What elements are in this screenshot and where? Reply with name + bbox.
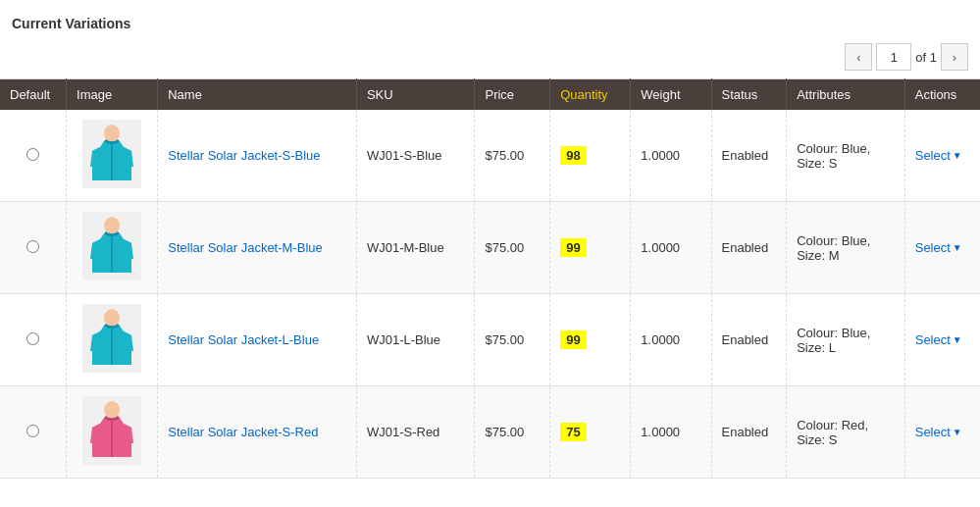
row-2-weight-cell: 1.0000 [631, 294, 711, 386]
row-3-default-cell [0, 386, 67, 479]
row-3-actions-cell: Select ▼ [904, 386, 980, 479]
row-0-default-cell [0, 110, 67, 202]
variations-table: Default Image Name SKU Price Quantity We… [0, 78, 980, 479]
row-0-quantity-badge: 98 [560, 146, 586, 165]
row-1-price-cell: $75.00 [475, 202, 550, 294]
table-row: Stellar Solar Jacket-S-RedWJ01-S-Red$75.… [0, 386, 980, 479]
row-1-quantity-cell: 99 [550, 202, 631, 294]
row-0-name-cell: Stellar Solar Jacket-S-Blue [158, 110, 357, 202]
row-2-status-cell: Enabled [711, 294, 787, 386]
row-2-attributes-cell: Colour: Blue, Size: L [787, 294, 905, 386]
row-3-name-link[interactable]: Stellar Solar Jacket-S-Red [168, 425, 318, 439]
row-3-sku-cell: WJ01-S-Red [356, 386, 475, 479]
row-2-price-cell: $75.00 [475, 294, 550, 386]
row-2-product-image [82, 304, 141, 373]
row-1-default-radio[interactable] [26, 240, 39, 253]
row-3-quantity-cell: 75 [550, 386, 631, 479]
row-3-product-image [82, 396, 141, 465]
row-3-price-cell: $75.00 [475, 386, 550, 479]
col-header-price: Price [475, 79, 550, 111]
row-1-actions-cell: Select ▼ [904, 202, 980, 294]
row-2-dropdown-arrow-icon: ▼ [953, 334, 962, 345]
row-0-attributes-cell: Colour: Blue, Size: S [787, 110, 905, 202]
row-2-quantity-cell: 99 [550, 294, 631, 386]
row-1-attributes-cell: Colour: Blue, Size: M [787, 202, 905, 294]
row-0-default-radio[interactable] [26, 148, 39, 161]
table-row: Stellar Solar Jacket-M-BlueWJ01-M-Blue$7… [0, 202, 980, 294]
row-3-default-radio[interactable] [26, 425, 39, 437]
current-page-number: 1 [876, 43, 911, 71]
row-2-quantity-badge: 99 [560, 330, 586, 349]
row-3-status-cell: Enabled [711, 386, 787, 479]
row-1-name-link[interactable]: Stellar Solar Jacket-M-Blue [168, 240, 323, 255]
svg-point-8 [104, 309, 120, 327]
row-0-select-button[interactable]: Select ▼ [915, 148, 970, 163]
row-0-dropdown-arrow-icon: ▼ [953, 150, 962, 161]
table-body: Stellar Solar Jacket-S-BlueWJ01-S-Blue$7… [0, 110, 980, 479]
row-1-default-cell [0, 202, 67, 294]
row-3-select-button[interactable]: Select ▼ [915, 425, 970, 439]
next-page-button[interactable]: › [941, 43, 968, 71]
row-0-product-image [82, 120, 141, 188]
row-3-image-cell [67, 386, 158, 479]
row-0-actions-cell: Select ▼ [904, 110, 980, 202]
prev-page-button[interactable]: ‹ [845, 43, 872, 71]
row-0-status-cell: Enabled [711, 110, 787, 202]
page-wrapper: Current Variations ‹ 1 of 1 › Default Im… [0, 0, 980, 507]
row-1-image-cell [67, 202, 158, 294]
row-3-select-label: Select [915, 425, 951, 439]
row-1-weight-cell: 1.0000 [631, 202, 711, 294]
row-2-select-button[interactable]: Select ▼ [915, 332, 970, 347]
col-header-attributes: Attributes [787, 79, 905, 111]
row-2-actions-cell: Select ▼ [904, 294, 980, 386]
row-0-name-link[interactable]: Stellar Solar Jacket-S-Blue [168, 148, 320, 163]
row-2-sku-cell: WJ01-L-Blue [356, 294, 475, 386]
pagination-bar: ‹ 1 of 1 › [0, 39, 980, 75]
row-3-quantity-badge: 75 [560, 423, 586, 441]
row-3-weight-cell: 1.0000 [631, 386, 711, 479]
row-0-select-label: Select [915, 148, 951, 163]
col-header-actions: Actions [904, 79, 980, 111]
row-0-sku-cell: WJ01-S-Blue [356, 110, 475, 202]
row-2-select-label: Select [915, 332, 951, 347]
row-2-default-cell [0, 294, 67, 386]
svg-point-2 [104, 125, 120, 142]
table-row: Stellar Solar Jacket-L-BlueWJ01-L-Blue$7… [0, 294, 980, 386]
row-1-product-image [82, 212, 141, 280]
row-1-quantity-badge: 99 [560, 238, 586, 257]
col-header-status: Status [711, 79, 787, 111]
row-3-dropdown-arrow-icon: ▼ [953, 427, 962, 437]
row-2-name-cell: Stellar Solar Jacket-L-Blue [158, 294, 357, 386]
row-1-sku-cell: WJ01-M-Blue [356, 202, 475, 294]
svg-point-5 [104, 217, 120, 234]
row-0-weight-cell: 1.0000 [631, 110, 711, 202]
row-1-select-button[interactable]: Select ▼ [915, 240, 970, 255]
row-2-name-link[interactable]: Stellar Solar Jacket-L-Blue [168, 332, 319, 347]
row-1-select-label: Select [915, 240, 951, 255]
col-header-sku: SKU [356, 79, 475, 111]
row-0-image-cell [67, 110, 158, 202]
row-2-default-radio[interactable] [26, 332, 39, 345]
col-header-quantity: Quantity [550, 79, 631, 111]
row-0-quantity-cell: 98 [550, 110, 631, 202]
col-header-image: Image [67, 79, 158, 111]
section-title: Current Variations [0, 10, 980, 39]
row-2-image-cell [67, 294, 158, 386]
svg-point-11 [104, 401, 120, 419]
row-1-dropdown-arrow-icon: ▼ [953, 242, 962, 253]
row-1-status-cell: Enabled [711, 202, 787, 294]
col-header-name: Name [158, 79, 357, 111]
table-row: Stellar Solar Jacket-S-BlueWJ01-S-Blue$7… [0, 110, 980, 202]
table-header-row: Default Image Name SKU Price Quantity We… [0, 79, 980, 111]
col-header-weight: Weight [631, 79, 711, 111]
col-header-default: Default [0, 79, 67, 111]
row-3-name-cell: Stellar Solar Jacket-S-Red [158, 386, 357, 479]
page-of-label: of 1 [915, 50, 937, 65]
row-1-name-cell: Stellar Solar Jacket-M-Blue [158, 202, 357, 294]
row-3-attributes-cell: Colour: Red, Size: S [787, 386, 905, 479]
row-0-price-cell: $75.00 [475, 110, 550, 202]
